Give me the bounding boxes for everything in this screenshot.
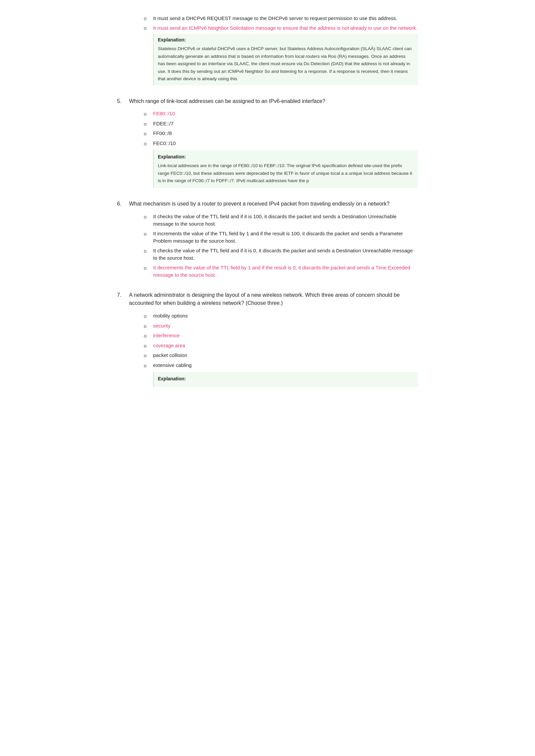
- bullet-icon: o: [144, 352, 153, 360]
- option-text: It checks the value of the TTL field and…: [153, 213, 418, 228]
- question-5-explanation: Explanation: Link-local addresses are in…: [153, 150, 418, 188]
- option-text: It increments the value of the TTL field…: [153, 230, 418, 245]
- list-item: o FEC0::/10: [144, 140, 418, 148]
- top-continuation-block: o It must send a DHCPv6 REQUEST message …: [117, 15, 418, 85]
- list-item: o It checks the value of the TTL field a…: [144, 213, 418, 228]
- top-explanation-block: Explanation: Stateless DHCPv6 or statefu…: [153, 34, 418, 85]
- explanation-label: Explanation:: [158, 36, 414, 43]
- bullet-icon: o: [144, 15, 153, 22]
- option-text: FEC0::/10: [153, 140, 176, 147]
- list-item: o It decrements the value of the TTL fie…: [144, 264, 418, 279]
- question-6-number: 6.: [117, 200, 129, 208]
- list-item: o It increments the value of the TTL fie…: [144, 230, 418, 245]
- bullet-icon: o: [144, 120, 153, 128]
- list-item: o packet collision: [144, 352, 418, 360]
- option-text-correct: coverage area: [153, 342, 185, 350]
- list-item: o mobility options: [144, 312, 418, 320]
- list-item: o FE80::/10: [144, 110, 418, 118]
- option-text: It checks the value of the TTL field and…: [153, 247, 418, 262]
- question-6-options: o It checks the value of the TTL field a…: [144, 213, 418, 279]
- option-text-correct: interference: [153, 332, 180, 340]
- option-text: mobility options: [153, 312, 188, 320]
- bullet-icon: o: [144, 24, 153, 32]
- explanation-text: Link-local addresses are in the range of…: [158, 163, 412, 183]
- option-text: packet collision: [153, 352, 187, 359]
- bullet-icon: o: [144, 230, 153, 238]
- option-text-correct: It decrements the value of the TTL field…: [153, 264, 418, 279]
- option-text: FDEE::/7: [153, 120, 174, 128]
- list-item: o It must send an ICMPv6 Neighbor Solici…: [144, 24, 418, 32]
- bullet-icon: o: [144, 342, 153, 350]
- question-5-header: 5. Which range of link-local addresses c…: [117, 97, 418, 106]
- list-item: o It must send a DHCPv6 REQUEST message …: [144, 15, 418, 22]
- bullet-icon: o: [144, 213, 153, 221]
- top-bullet-area: o It must send a DHCPv6 REQUEST message …: [144, 15, 418, 85]
- question-7-number: 7.: [117, 291, 129, 299]
- bullet-icon: o: [144, 362, 153, 370]
- list-item: o FF00::/8: [144, 130, 418, 138]
- bullet-icon: o: [144, 247, 153, 255]
- question-5-options: o FE80::/10 o FDEE::/7 o FF00::/8 o FEC0…: [144, 110, 418, 188]
- bullet-icon: o: [144, 322, 153, 330]
- bullet-icon: o: [144, 332, 153, 340]
- bullet-icon: o: [144, 312, 153, 320]
- bullet-icon: o: [144, 140, 153, 148]
- option-text: FF00::/8: [153, 130, 172, 137]
- bullet-icon: o: [144, 130, 153, 138]
- option-text: extensive cabling: [153, 362, 192, 369]
- option-text-correct: It must send an ICMPv6 Neighbor Solicita…: [153, 24, 417, 32]
- list-item: o extensive cabling: [144, 362, 418, 370]
- option-text-correct: security: [153, 322, 171, 330]
- bullet-icon: o: [144, 110, 153, 118]
- explanation-text: Stateless DHCPv6 or stateful DHCPv6 uses…: [158, 46, 412, 81]
- question-6-block: 6. What mechanism is used by a router to…: [117, 200, 418, 279]
- list-item: o security: [144, 322, 418, 330]
- question-7-header: 7. A network administrator is designing …: [117, 291, 418, 308]
- page-container: o It must send a DHCPv6 REQUEST message …: [117, 15, 418, 387]
- bullet-icon: o: [144, 264, 153, 272]
- question-7-options: o mobility options o security o interfer…: [144, 312, 418, 387]
- question-7-explanation: Explanation:: [153, 372, 418, 387]
- list-item: o It checks the value of the TTL field a…: [144, 247, 418, 262]
- question-5-number: 5.: [117, 97, 129, 105]
- question-7-block: 7. A network administrator is designing …: [117, 291, 418, 387]
- explanation-label: Explanation:: [158, 153, 414, 160]
- question-6-text: What mechanism is used by a router to pr…: [129, 200, 390, 208]
- question-6-header: 6. What mechanism is used by a router to…: [117, 200, 418, 208]
- explanation-label: Explanation:: [158, 375, 414, 382]
- option-text: It must send a DHCPv6 REQUEST message to…: [153, 15, 397, 22]
- list-item: o coverage area: [144, 342, 418, 350]
- question-7-text: A network administrator is designing the…: [129, 291, 418, 308]
- list-item: o interference: [144, 332, 418, 340]
- question-5-block: 5. Which range of link-local addresses c…: [117, 97, 418, 188]
- list-item: o FDEE::/7: [144, 120, 418, 128]
- question-5-text: Which range of link-local addresses can …: [129, 97, 325, 106]
- option-text-correct: FE80::/10: [153, 110, 175, 118]
